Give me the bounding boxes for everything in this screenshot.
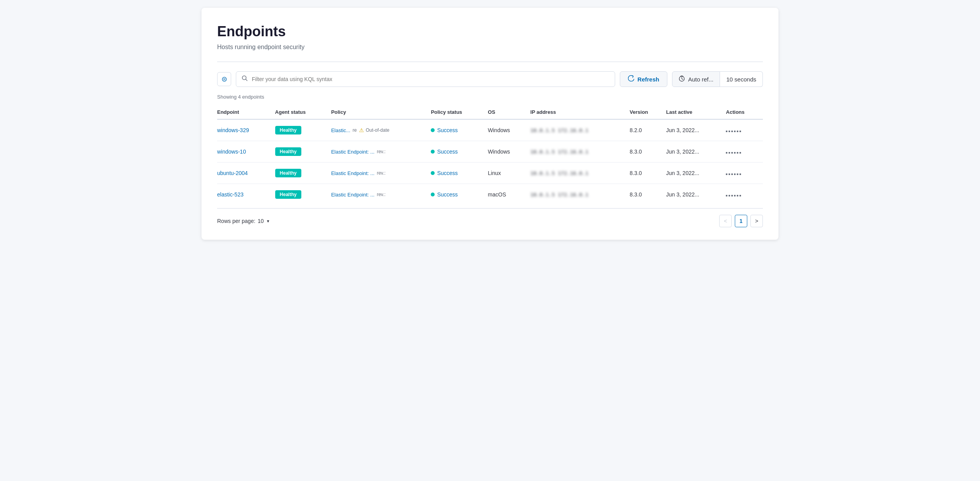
rows-per-page-value: 10 (258, 218, 264, 224)
last-active-cell: Jun 3, 2022... (666, 119, 726, 141)
success-dot-icon (431, 150, 435, 154)
col-policy-status: Policy status (431, 105, 488, 119)
table-footer: Rows per page: 10 ▼ < 1 > (217, 208, 763, 227)
chevron-down-icon: ▼ (266, 219, 270, 223)
policy-link[interactable]: Elastic Endpoint: ... (331, 192, 374, 198)
col-agent-status: Agent status (275, 105, 331, 119)
table-row: windows-10HealthyElastic Endpoint: ...re… (217, 141, 763, 163)
page-1-button[interactable]: 1 (735, 215, 747, 227)
refresh-icon (628, 75, 634, 83)
policy-cell: Elastic...re⚠ Out-of-date (331, 119, 431, 141)
policy-status-text: Success (437, 149, 458, 155)
version-cell: 8.3.0 (630, 184, 666, 205)
next-page-button[interactable]: > (750, 215, 763, 227)
policy-link[interactable]: Elastic Endpoint: ... (331, 170, 374, 176)
col-version: Version (630, 105, 666, 119)
refresh-button[interactable]: Refresh (620, 71, 667, 87)
endpoint-link[interactable]: elastic-523 (217, 191, 244, 198)
auto-refresh-label: Auto ref... (688, 76, 713, 83)
actions-menu-icon[interactable] (726, 173, 741, 175)
agent-status-badge: Healthy (275, 169, 301, 177)
refresh-label: Refresh (637, 76, 659, 83)
actions-cell[interactable] (726, 119, 763, 141)
filter-icon: ⊜ (221, 75, 227, 83)
col-os: OS (488, 105, 531, 119)
col-actions: Actions (726, 105, 763, 119)
search-icon (242, 75, 248, 83)
policy-cell: Elastic Endpoint: ...rev.: (331, 184, 431, 205)
search-input[interactable] (252, 76, 609, 82)
actions-menu-icon[interactable] (726, 152, 741, 154)
policy-status-cell: Success (431, 170, 483, 176)
out-of-date-badge: ⚠ Out-of-date (359, 127, 389, 133)
col-policy: Policy (331, 105, 431, 119)
policy-cell: Elastic Endpoint: ...rev.: (331, 163, 431, 184)
rows-per-page-label: Rows per page: (217, 218, 255, 224)
page-title: Endpoints (217, 23, 763, 40)
table-body: windows-329HealthyElastic...re⚠ Out-of-d… (217, 119, 763, 205)
agent-status-badge: Healthy (275, 190, 301, 199)
clock-icon (679, 76, 685, 83)
last-active-cell: Jun 3, 2022... (666, 163, 726, 184)
policy-meta: rev.: (377, 149, 386, 154)
page-subtitle: Hosts running endpoint security (217, 44, 763, 51)
policy-link[interactable]: Elastic... (331, 127, 350, 133)
page-header: Endpoints Hosts running endpoint securit… (217, 23, 763, 51)
endpoints-table: Endpoint Agent status Policy Policy stat… (217, 105, 763, 205)
prev-page-button[interactable]: < (719, 215, 732, 227)
filter-button[interactable]: ⊜ (217, 72, 231, 86)
header-divider (217, 62, 763, 62)
policy-cell: Elastic Endpoint: ...rev.: (331, 141, 431, 163)
svg-line-1 (246, 79, 247, 81)
policy-meta: rev.: (377, 192, 386, 197)
policy-status-text: Success (437, 127, 458, 133)
page-1-label: 1 (739, 218, 743, 224)
pagination: < 1 > (719, 215, 763, 227)
search-bar (236, 71, 615, 87)
os-cell: Windows (488, 141, 531, 163)
last-active-cell: Jun 3, 2022... (666, 141, 726, 163)
policy-status-cell: Success (431, 127, 483, 133)
actions-cell[interactable] (726, 184, 763, 205)
col-endpoint: Endpoint (217, 105, 275, 119)
actions-menu-icon[interactable] (726, 131, 741, 132)
policy-status-text: Success (437, 191, 458, 198)
table-header: Endpoint Agent status Policy Policy stat… (217, 105, 763, 119)
auto-refresh-button[interactable]: Auto ref... (672, 71, 720, 87)
agent-status-badge: Healthy (275, 147, 301, 156)
table-row: elastic-523HealthyElastic Endpoint: ...r… (217, 184, 763, 205)
toolbar: ⊜ Refresh (217, 71, 763, 87)
page-container: Endpoints Hosts running endpoint securit… (202, 8, 778, 240)
chevron-left-icon: < (724, 218, 727, 224)
col-last-active: Last active (666, 105, 726, 119)
actions-cell[interactable] (726, 141, 763, 163)
rows-per-page[interactable]: Rows per page: 10 ▼ (217, 218, 270, 224)
table-row: ubuntu-2004HealthyElastic Endpoint: ...r… (217, 163, 763, 184)
version-cell: 8.3.0 (630, 141, 666, 163)
endpoint-link[interactable]: ubuntu-2004 (217, 170, 248, 176)
version-cell: 8.3.0 (630, 163, 666, 184)
policy-status-cell: Success (431, 149, 483, 155)
policy-meta: rev.: (377, 170, 386, 176)
auto-refresh-time-display: 10 seconds (720, 71, 763, 87)
policy-status-text: Success (437, 170, 458, 176)
success-dot-icon (431, 193, 435, 196)
chevron-right-icon: > (755, 218, 758, 224)
os-cell: macOS (488, 184, 531, 205)
os-cell: Linux (488, 163, 531, 184)
success-dot-icon (431, 128, 435, 132)
endpoint-link[interactable]: windows-10 (217, 149, 246, 155)
col-ip: IP address (531, 105, 630, 119)
os-cell: Windows (488, 119, 531, 141)
table-row: windows-329HealthyElastic...re⚠ Out-of-d… (217, 119, 763, 141)
actions-cell[interactable] (726, 163, 763, 184)
ip-address: 10.0.1.5 172.16.0.1 (531, 149, 589, 155)
policy-meta: re (353, 127, 357, 133)
endpoint-link[interactable]: windows-329 (217, 127, 249, 133)
showing-count: Showing 4 endpoints (217, 94, 763, 100)
actions-menu-icon[interactable] (726, 195, 741, 196)
ip-address: 10.0.1.5 172.16.0.1 (531, 170, 589, 176)
agent-status-badge: Healthy (275, 126, 301, 134)
auto-refresh-group: Auto ref... 10 seconds (672, 71, 763, 87)
policy-link[interactable]: Elastic Endpoint: ... (331, 149, 374, 155)
